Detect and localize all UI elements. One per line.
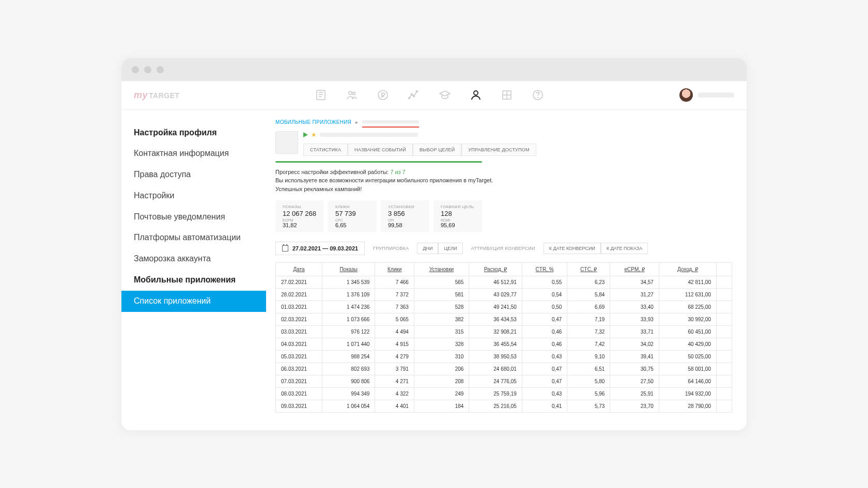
cell-3-8: 30 992,00 — [659, 313, 716, 326]
tab-2[interactable]: ВЫБОР ЦЕЛЕЙ — [413, 144, 462, 156]
cell-8-1: 900 806 — [322, 375, 375, 388]
cell-2-5: 0,50 — [522, 301, 567, 313]
attr-pill-1[interactable]: К ДАТЕ ПОКАЗА — [601, 243, 648, 254]
main-content: МОБИЛЬНЫЕ ПРИЛОЖЕНИЯ ▸ ★ СТАТИСТИКАНАЗВА… — [266, 110, 747, 430]
logo-part1: my — [134, 90, 148, 100]
cell-8-7: 27,50 — [610, 375, 659, 388]
cell-9-6: 5,96 — [567, 388, 610, 400]
cell-7-5: 0,47 — [522, 363, 567, 375]
cell-spacer — [717, 289, 732, 301]
cell-1-2: 7 372 — [375, 289, 414, 301]
cell-spacer — [717, 400, 732, 413]
breadcrumb-root[interactable]: МОБИЛЬНЫЕ ПРИЛОЖЕНИЯ — [275, 119, 351, 125]
tab-0[interactable]: СТАТИСТИКА — [303, 144, 348, 156]
cell-6-6: 9,10 — [567, 351, 610, 363]
table-toolbar: 27.02.2021 — 09.03.2021 ГРУППИРОВКА ДНИЦ… — [275, 242, 732, 255]
nav-help-icon[interactable] — [532, 89, 544, 101]
group-pill-1[interactable]: ЦЕЛИ — [438, 243, 462, 254]
cell-10-1: 1 064 054 — [322, 400, 375, 413]
group-pill-0[interactable]: ДНИ — [417, 243, 438, 254]
sidebar-item-8[interactable]: Список приложений — [121, 291, 266, 312]
table-row: 27.02.20211 345 5397 46656546 512,910,55… — [276, 276, 732, 289]
table-header-row: ДатаПоказыКликиУстановкиРасход, ₽CTR, %C… — [276, 263, 732, 276]
app-root: myTARGET Настройка профиляКонтактная инф… — [121, 81, 747, 430]
progress-line2: Вы используете все возможности интеграци… — [275, 177, 493, 183]
cell-0-6: 6,23 — [567, 276, 610, 289]
cell-8-8: 64 146,00 — [659, 375, 716, 388]
cell-4-7: 33,71 — [610, 326, 659, 338]
col-header-3[interactable]: Установки — [414, 263, 469, 276]
col-header-8[interactable]: Доход, ₽ — [659, 263, 716, 276]
nav-apps-icon[interactable] — [501, 89, 513, 101]
date-range-picker[interactable]: 27.02.2021 — 09.03.2021 — [275, 242, 365, 255]
cell-4-3: 315 — [414, 326, 469, 338]
sidebar-item-0[interactable]: Настройка профиля — [134, 122, 266, 144]
cell-10-8: 28 790,00 — [659, 400, 716, 413]
sidebar-item-4[interactable]: Почтовые уведомления — [134, 207, 266, 228]
cell-4-2: 4 494 — [375, 326, 414, 338]
logo[interactable]: myTARGET — [134, 90, 180, 101]
app-body: Настройка профиляКонтактная информацияПр… — [121, 110, 747, 430]
window-min-dot[interactable] — [144, 66, 151, 73]
col-header-5[interactable]: CTR, % — [522, 263, 567, 276]
attr-pill-0[interactable]: К ДАТЕ КОНВЕРСИИ — [544, 243, 601, 254]
cell-0-8: 42 811,00 — [659, 276, 716, 289]
nav-profile-icon[interactable] — [470, 89, 482, 101]
sidebar: Настройка профиляКонтактная информацияПр… — [121, 110, 266, 430]
col-header-4[interactable]: Расход, ₽ — [469, 263, 522, 276]
cell-6-5: 0,43 — [522, 351, 567, 363]
cell-6-2: 4 279 — [375, 351, 414, 363]
breadcrumb: МОБИЛЬНЫЕ ПРИЛОЖЕНИЯ ▸ — [275, 119, 732, 125]
cell-2-1: 1 474 236 — [322, 301, 375, 313]
cell-4-1: 976 122 — [322, 326, 375, 338]
window-close-dot[interactable] — [132, 66, 139, 73]
svg-point-11 — [538, 98, 538, 98]
avatar — [679, 88, 693, 102]
svg-rect-0 — [317, 90, 325, 100]
table-row: 08.03.2021994 3494 32224925 759,190,435,… — [276, 388, 732, 400]
cell-spacer — [717, 326, 732, 338]
user-menu[interactable] — [679, 88, 734, 102]
attribution-label: АТТРИБУЦИЯ КОНВЕРСИИ — [471, 246, 535, 251]
stat-card-2: УСТАНОВКИ3 856CPI99,58 — [381, 200, 429, 232]
cell-0-7: 34,57 — [610, 276, 659, 289]
col-header-0[interactable]: Дата — [276, 263, 322, 276]
nav-education-icon[interactable] — [439, 89, 451, 101]
cell-0-1: 1 345 539 — [322, 276, 375, 289]
cell-9-7: 25,91 — [610, 388, 659, 400]
sidebar-item-5[interactable]: Платформы автоматизации — [134, 227, 266, 248]
table-row: 06.03.2021802 6933 79120624 680,010,476,… — [276, 363, 732, 375]
browser-window: myTARGET Настройка профиляКонтактная инф… — [121, 58, 747, 430]
svg-point-3 — [378, 90, 388, 100]
col-header-7[interactable]: eCPM, ₽ — [610, 263, 659, 276]
cell-3-7: 33,93 — [610, 313, 659, 326]
nav-stats-icon[interactable] — [408, 89, 420, 101]
cell-0-5: 0,55 — [522, 276, 567, 289]
cell-4-5: 0,46 — [522, 326, 567, 338]
nav-audiences-icon[interactable] — [346, 89, 358, 101]
sidebar-item-2[interactable]: Права доступа — [134, 164, 266, 185]
cell-7-1: 802 693 — [322, 363, 375, 375]
col-header-6[interactable]: CTC, ₽ — [567, 263, 610, 276]
col-header-2[interactable]: Клики — [375, 263, 414, 276]
col-header-1[interactable]: Показы — [322, 263, 375, 276]
sidebar-item-7[interactable]: Мобильные приложения — [134, 270, 266, 291]
nav-campaigns-icon[interactable] — [315, 89, 327, 101]
cell-1-5: 0,54 — [522, 289, 567, 301]
tab-3[interactable]: УПРАВЛЕНИЕ ДОСТУПОМ — [461, 144, 536, 156]
cell-1-3: 581 — [414, 289, 469, 301]
sidebar-item-6[interactable]: Заморозка аккаунта — [134, 248, 266, 270]
cell-6-0: 05.03.2021 — [276, 351, 322, 363]
cell-10-0: 09.03.2021 — [276, 400, 322, 413]
tab-1[interactable]: НАЗВАНИЕ СОБЫТИЙ — [348, 144, 413, 156]
sidebar-item-3[interactable]: Настройки — [134, 185, 266, 207]
nav-balance-icon[interactable] — [377, 89, 389, 101]
cell-0-3: 565 — [414, 276, 469, 289]
progress-line3: Успешных рекламных кампаний! — [275, 186, 362, 192]
cell-5-2: 4 915 — [375, 338, 414, 351]
window-max-dot[interactable] — [157, 66, 164, 73]
cell-9-1: 994 349 — [322, 388, 375, 400]
stat-card-0: ПОКАЗЫ12 067 268ECPM31,82 — [275, 200, 324, 232]
cell-2-2: 7 363 — [375, 301, 414, 313]
sidebar-item-1[interactable]: Контактная информация — [134, 143, 266, 164]
